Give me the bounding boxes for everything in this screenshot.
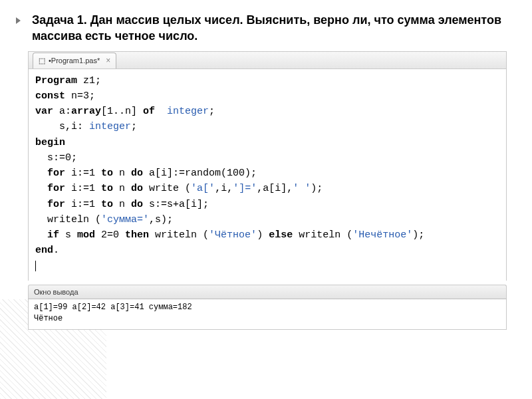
code-line: var a:array[1..n] of integer; bbox=[35, 104, 499, 119]
close-icon[interactable]: × bbox=[106, 56, 110, 65]
file-icon: ⬚ bbox=[39, 57, 45, 65]
code-line: s:=0; bbox=[35, 150, 499, 166]
slide: Задача 1. Дан массив целых чисел. Выясни… bbox=[0, 0, 532, 399]
text-cursor bbox=[35, 261, 36, 271]
output-title: Окно вывода bbox=[28, 285, 507, 299]
output-line: a[1]=99 a[2]=42 a[3]=41 сумма=182 bbox=[34, 302, 501, 313]
output-line: Чётное bbox=[34, 313, 501, 325]
code-line: for i:=1 to n do write ('a[',i,']=',a[i]… bbox=[35, 181, 499, 196]
task-title: Задача 1. Дан массив целых чисел. Выясни… bbox=[28, 12, 513, 45]
code-editor[interactable]: Program z1; const n=3; var a:array[1..n]… bbox=[29, 69, 506, 281]
code-line: for i:=1 to n do s:=s+a[i]; bbox=[35, 197, 499, 212]
bullet-icon bbox=[16, 17, 21, 24]
tab-bar: ⬚ •Program1.pas* × bbox=[29, 52, 506, 69]
code-line bbox=[35, 259, 499, 274]
code-line: if s mod 2=0 then writeln ('Чётное') els… bbox=[35, 227, 499, 243]
editor-window: ⬚ •Program1.pas* × Program z1; const n=3… bbox=[28, 51, 507, 281]
tab-label: •Program1.pas* bbox=[49, 57, 100, 65]
output-body[interactable]: a[1]=99 a[2]=42 a[3]=41 сумма=182 Чётное bbox=[28, 299, 507, 331]
tab-program1[interactable]: ⬚ •Program1.pas* × bbox=[33, 53, 116, 68]
code-line: const n=3; bbox=[35, 88, 499, 104]
code-line: for i:=1 to n do a[i]:=random(100); bbox=[35, 166, 499, 181]
code-line: Program z1; bbox=[35, 73, 499, 88]
code-line: s,i: integer; bbox=[35, 119, 499, 134]
code-line: writeln ('сумма=',s); bbox=[35, 212, 499, 227]
code-line: end. bbox=[35, 243, 499, 258]
output-panel: Окно вывода a[1]=99 a[2]=42 a[3]=41 сумм… bbox=[28, 285, 507, 331]
code-line: begin bbox=[35, 135, 499, 150]
